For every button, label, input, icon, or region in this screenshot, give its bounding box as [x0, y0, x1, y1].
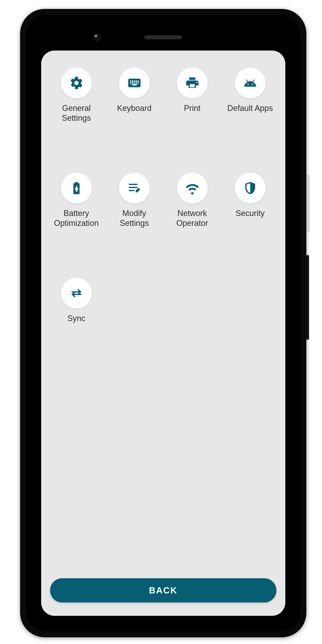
tile-label: Default Apps — [226, 103, 274, 113]
tile-default-apps[interactable]: Default Apps — [222, 66, 278, 169]
shield-icon — [235, 173, 266, 204]
tile-network-operator[interactable]: Network Operator — [164, 171, 221, 274]
battery-icon — [61, 173, 92, 204]
tile-label: Modify Settings — [106, 208, 163, 228]
tile-label: Network Operator — [164, 208, 221, 228]
front-camera — [93, 33, 101, 41]
tile-print[interactable]: Print — [164, 66, 221, 169]
tile-sync[interactable]: Sync — [48, 276, 105, 379]
tile-security[interactable]: Security — [222, 171, 278, 274]
phone-frame: General Settings Keyboard Print — [20, 9, 306, 637]
tile-battery-optimization[interactable]: Battery Optimization — [48, 171, 105, 274]
tile-label: Security — [234, 208, 266, 218]
earpiece — [144, 35, 182, 39]
tile-label: Print — [182, 103, 202, 113]
phone-bezel: General Settings Keyboard Print — [26, 15, 300, 632]
power-button — [306, 255, 309, 340]
screen: General Settings Keyboard Print — [41, 50, 285, 616]
tile-label: Sync — [66, 314, 86, 323]
wifi-icon — [177, 173, 208, 204]
keyboard-icon — [119, 68, 150, 98]
edit-list-icon — [119, 173, 150, 204]
tile-modify-settings[interactable]: Modify Settings — [106, 171, 163, 274]
volume-button — [306, 174, 310, 232]
android-icon — [235, 68, 266, 98]
back-button-label: BACK — [149, 586, 178, 596]
tile-label: General Settings — [48, 103, 105, 123]
print-icon — [177, 68, 208, 98]
swap-icon — [61, 278, 92, 308]
back-button[interactable]: BACK — [50, 578, 276, 602]
settings-grid-screen: General Settings Keyboard Print — [41, 50, 285, 616]
settings-grid: General Settings Keyboard Print — [48, 66, 278, 578]
tile-label: Battery Optimization — [48, 208, 105, 228]
tile-keyboard[interactable]: Keyboard — [106, 66, 163, 169]
tile-general-settings[interactable]: General Settings — [48, 66, 105, 169]
gear-icon — [61, 68, 92, 98]
tile-label: Keyboard — [116, 103, 153, 113]
